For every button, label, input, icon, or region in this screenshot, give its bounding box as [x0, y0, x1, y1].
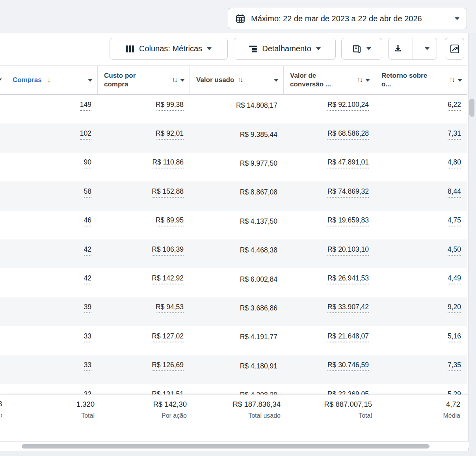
cell-value[interactable]: R$ 127,02	[152, 332, 184, 342]
cell-value[interactable]: 5,16	[448, 332, 461, 342]
table-row[interactable]: 58R$ 152,88R$ 8.867,08R$ 74.869,328,44	[0, 181, 467, 210]
cell-value[interactable]: 4,49	[448, 274, 461, 284]
table-row[interactable]: 33R$ 127,02R$ 4.191,77R$ 21.648,075,16	[0, 326, 467, 355]
cell-valor_conversao[interactable]: R$ 21.648,07	[284, 332, 375, 342]
cell-value[interactable]: R$ 126,69	[152, 361, 184, 371]
cell-value[interactable]: 33	[84, 332, 91, 342]
cell-valor_conversao[interactable]: R$ 68.586,28	[284, 129, 375, 140]
column-header-valor-de-conversao[interactable]: Valor de conversão ... ↑↓	[284, 66, 375, 94]
cell-custo_por_compra[interactable]: R$ 131,51	[98, 390, 190, 394]
cell-value[interactable]: R$ 26.941,53	[327, 274, 369, 284]
column-header-compras[interactable]: Compras ↓	[6, 66, 98, 94]
cell-value[interactable]: 149	[80, 101, 91, 111]
chevron-down-icon[interactable]	[88, 79, 93, 82]
cell-value[interactable]: 4,75	[448, 216, 461, 226]
cell-value[interactable]: R$ 152,88	[152, 187, 184, 198]
cell-valor_conversao[interactable]: R$ 33.907,42	[284, 303, 375, 313]
cell-custo_por_compra[interactable]: R$ 142,92	[98, 274, 190, 284]
cell-value[interactable]: 7,35	[448, 361, 461, 371]
cell-value[interactable]: R$ 74.869,32	[327, 187, 369, 198]
cell-compras[interactable]: 102	[6, 129, 98, 140]
cell-value[interactable]: R$ 68.586,28	[327, 129, 369, 140]
cell-compras[interactable]: 33	[6, 361, 98, 371]
cell-retorno[interactable]: 8,44	[375, 187, 467, 198]
cell-retorno[interactable]: 7,31	[375, 129, 467, 140]
export-options-button[interactable]	[418, 38, 437, 59]
cell-retorno[interactable]: 4,80	[375, 158, 467, 168]
columns-button[interactable]: Colunas: Métricas	[110, 38, 228, 60]
download-button[interactable]	[389, 38, 408, 59]
cell-value[interactable]: 90	[84, 158, 91, 168]
cell-retorno[interactable]: 5,16	[375, 332, 467, 342]
cell-compras[interactable]: 90	[6, 158, 98, 168]
cell-value[interactable]: 33	[84, 361, 91, 371]
sort-toggle-icon[interactable]: ↑↓	[449, 76, 454, 84]
cell-value[interactable]: 5,29	[448, 390, 461, 394]
cell-value[interactable]: 4,80	[448, 158, 461, 168]
cell-custo_por_compra[interactable]: R$ 110,86	[98, 158, 190, 168]
cell-value[interactable]: R$ 21.648,07	[327, 332, 369, 342]
table-row[interactable]: 42R$ 142,92R$ 6.002,84R$ 26.941,534,49	[0, 268, 467, 297]
cell-compras[interactable]: 46	[6, 216, 98, 226]
cell-value[interactable]: R$ 99,38	[156, 101, 184, 111]
cell-compras[interactable]: 58	[6, 187, 98, 198]
table-row[interactable]: 33R$ 126,69R$ 4.180,91R$ 30.746,597,35	[0, 355, 467, 384]
cell-custo_por_compra[interactable]: R$ 106,39	[98, 245, 190, 256]
cell-value[interactable]: 4,50	[448, 245, 461, 256]
cell-value[interactable]: R$ 110,86	[152, 158, 184, 168]
cell-retorno[interactable]: 4,50	[375, 245, 467, 256]
cell-retorno[interactable]: 4,75	[375, 216, 467, 226]
cell-value[interactable]: 8,44	[448, 187, 461, 198]
reports-button[interactable]	[341, 38, 382, 60]
cell-value[interactable]: R$ 47.891,01	[327, 158, 369, 168]
cell-valor_conversao[interactable]: R$ 74.869,32	[284, 187, 375, 198]
cell-value[interactable]: R$ 22.369,05	[327, 390, 369, 394]
cell-custo_por_compra[interactable]: R$ 92,01	[98, 129, 190, 140]
cell-value[interactable]: 7,31	[448, 129, 461, 140]
cell-retorno[interactable]: 7,35	[375, 361, 467, 371]
sort-toggle-icon[interactable]: ↑↓	[172, 76, 177, 84]
cell-retorno[interactable]: 4,49	[375, 274, 467, 284]
date-range-button[interactable]: Máximo: 22 de mar de 2023 a 22 de abr de…	[228, 8, 467, 29]
cell-value[interactable]: 42	[84, 274, 91, 284]
chevron-down-icon[interactable]	[274, 79, 279, 82]
cell-value[interactable]: 9,20	[448, 303, 461, 313]
cell-value[interactable]: R$ 106,39	[152, 245, 184, 256]
table-row[interactable]: 90R$ 110,86R$ 9.977,50R$ 47.891,014,80	[0, 153, 467, 181]
cell-value[interactable]: 39	[84, 303, 91, 313]
cell-valor_conversao[interactable]: R$ 19.659,83	[284, 216, 375, 226]
table-row[interactable]: 39R$ 94,53R$ 3.686,86R$ 33.907,429,20	[0, 297, 467, 326]
cell-valor_conversao[interactable]: R$ 47.891,01	[284, 158, 375, 168]
cell-compras[interactable]: 39	[6, 303, 98, 313]
cell-valor_conversao[interactable]: R$ 22.369,05	[284, 390, 375, 394]
cell-custo_por_compra[interactable]: R$ 99,38	[98, 101, 190, 111]
cell-compras[interactable]: 33	[6, 332, 98, 342]
cell-compras[interactable]: 42	[6, 245, 98, 256]
cell-value[interactable]: R$ 33.907,42	[327, 303, 369, 313]
cell-compras[interactable]: 149	[6, 101, 98, 111]
cell-value[interactable]: 6,22	[448, 101, 461, 111]
cell-value[interactable]: 102	[80, 129, 91, 140]
sort-toggle-icon[interactable]: ↑↓	[237, 76, 242, 84]
sort-toggle-icon[interactable]: ↑↓	[357, 76, 362, 84]
chevron-down-icon[interactable]	[457, 79, 462, 82]
cell-value[interactable]: 42	[84, 245, 91, 256]
cell-value[interactable]: R$ 142,92	[152, 274, 184, 284]
cell-valor_conversao[interactable]: R$ 92.100,24	[284, 101, 375, 111]
vertical-scrollbar-track[interactable]	[468, 33, 476, 451]
cell-compras[interactable]: 32	[6, 390, 98, 394]
table-row[interactable]: 46R$ 89,95R$ 4.137,50R$ 19.659,834,75	[0, 211, 467, 239]
cell-custo_por_compra[interactable]: R$ 126,69	[98, 361, 190, 371]
cell-custo_por_compra[interactable]: R$ 127,02	[98, 332, 190, 342]
cell-retorno[interactable]: 5,29	[375, 390, 467, 394]
cell-value[interactable]: 32	[84, 390, 91, 394]
cell-custo_por_compra[interactable]: R$ 89,95	[98, 216, 190, 226]
cell-value[interactable]: R$ 92.100,24	[327, 101, 369, 111]
cell-valor_conversao[interactable]: R$ 30.746,59	[284, 361, 375, 371]
export-split-button[interactable]	[388, 38, 437, 60]
table-row[interactable]: 149R$ 99,38R$ 14.808,17R$ 92.100,246,22	[0, 95, 467, 123]
cell-value[interactable]: 46	[84, 216, 91, 226]
cell-value[interactable]: R$ 94,53	[156, 303, 184, 313]
column-header-retorno[interactable]: Retorno sobre o... ↑↓	[375, 66, 467, 94]
cell-value[interactable]: R$ 92,01	[156, 129, 184, 140]
